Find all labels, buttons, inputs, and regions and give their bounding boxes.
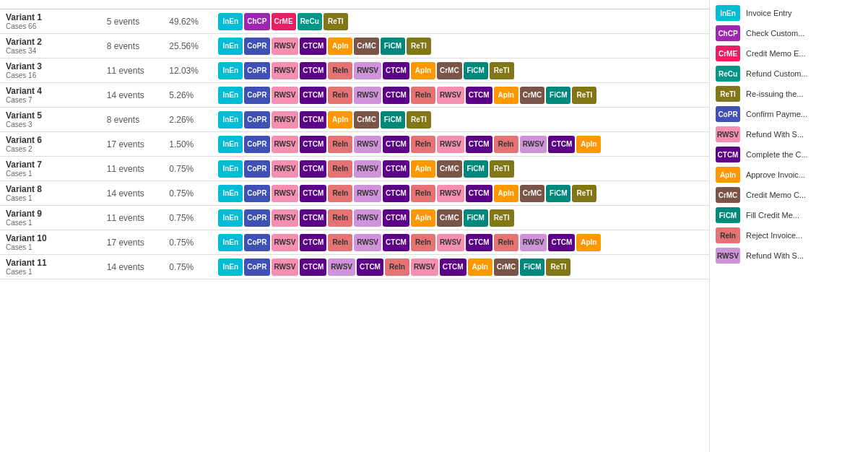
legend-item[interactable]: FiCM Fill Credit Me...: [710, 205, 868, 225]
flow-tag[interactable]: ReTI: [546, 258, 570, 276]
flow-tag[interactable]: RWSV: [272, 38, 299, 55]
flow-tag[interactable]: InEn: [218, 209, 243, 227]
flow-tag[interactable]: CTCM: [383, 209, 409, 227]
flow-tag[interactable]: ApIn: [328, 38, 352, 55]
flow-tag[interactable]: CTCM: [300, 234, 326, 251]
flow-tag[interactable]: ApIn: [411, 209, 435, 227]
flow-tag[interactable]: ReCu: [298, 13, 322, 30]
legend-item[interactable]: ReTI Re-issuing the...: [710, 84, 868, 104]
flow-tag[interactable]: RWSV: [272, 234, 299, 251]
flow-tag[interactable]: RWSV: [354, 185, 381, 202]
flow-tag[interactable]: CTCM: [383, 62, 409, 79]
flow-tag[interactable]: ReIn: [328, 136, 352, 153]
flow-tag[interactable]: RWSV: [437, 234, 464, 251]
col-variant-name[interactable]: [0, 0, 101, 9]
flow-tag[interactable]: ChCP: [244, 13, 269, 30]
flow-tag[interactable]: RWSV: [354, 160, 381, 178]
flow-tag[interactable]: CTCM: [466, 136, 492, 153]
flow-tag[interactable]: FiCM: [546, 87, 570, 104]
legend-item[interactable]: CrMC Credit Memo C...: [710, 185, 868, 205]
flow-tag[interactable]: FiCM: [464, 62, 488, 79]
flow-tag[interactable]: ReIn: [328, 160, 352, 178]
flow-tag[interactable]: ReIn: [328, 185, 352, 202]
flow-tag[interactable]: ReTI: [407, 38, 431, 55]
flow-tag[interactable]: ApIn: [576, 234, 601, 251]
flow-tag[interactable]: ReIn: [411, 87, 435, 104]
flow-tag[interactable]: CrMC: [354, 111, 379, 129]
flow-tag[interactable]: ReIn: [328, 209, 352, 227]
flow-tag[interactable]: ReIn: [328, 234, 352, 251]
legend-item[interactable]: RWSV Refund With S...: [710, 245, 868, 266]
flow-tag[interactable]: RWSV: [272, 87, 299, 104]
flow-tag[interactable]: CoPR: [244, 160, 269, 178]
flow-tag[interactable]: FiCM: [381, 111, 405, 129]
flow-tag[interactable]: CTCM: [300, 209, 326, 227]
flow-tag[interactable]: CTCM: [357, 258, 383, 276]
table-row[interactable]: Variant 4 Cases 7 14 events5.26%InEnCoPR…: [0, 83, 709, 108]
flow-tag[interactable]: ReTI: [490, 62, 514, 79]
flow-tag[interactable]: CTCM: [383, 185, 409, 202]
flow-tag[interactable]: CTCM: [300, 38, 326, 55]
flow-tag[interactable]: RWSV: [328, 258, 355, 276]
flow-tag[interactable]: CoPR: [244, 87, 269, 104]
flow-tag[interactable]: ApIn: [328, 111, 352, 129]
flow-tag[interactable]: ReIn: [494, 136, 518, 153]
flow-tag[interactable]: CoPR: [244, 38, 269, 55]
flow-tag[interactable]: CTCM: [466, 185, 492, 202]
table-row[interactable]: Variant 10 Cases 1 17 events0.75%InEnCoP…: [0, 230, 709, 255]
flow-tag[interactable]: CTCM: [300, 87, 326, 104]
flow-tag[interactable]: RWSV: [437, 185, 464, 202]
table-row[interactable]: Variant 3 Cases 16 11 events12.03%InEnCo…: [0, 58, 709, 83]
flow-tag[interactable]: CrMC: [354, 38, 379, 55]
table-row[interactable]: Variant 5 Cases 3 8 events2.26%InEnCoPRR…: [0, 108, 709, 132]
flow-tag[interactable]: CrMC: [520, 87, 545, 104]
flow-tag[interactable]: InEn: [218, 38, 243, 55]
flow-tag[interactable]: ReTI: [490, 160, 514, 178]
flow-tag[interactable]: InEn: [218, 13, 243, 30]
flow-tag[interactable]: RWSV: [520, 136, 547, 153]
table-row[interactable]: Variant 11 Cases 1 14 events0.75%InEnCoP…: [0, 255, 709, 279]
table-row[interactable]: Variant 6 Cases 2 17 events1.50%InEnCoPR…: [0, 132, 709, 157]
flow-tag[interactable]: InEn: [218, 87, 243, 104]
flow-tag[interactable]: RWSV: [520, 234, 547, 251]
table-row[interactable]: Variant 9 Cases 1 11 events0.75%InEnCoPR…: [0, 206, 709, 230]
flow-tag[interactable]: CTCM: [300, 136, 326, 153]
legend-item[interactable]: ReCu Refund Custom...: [710, 64, 868, 84]
flow-tag[interactable]: ReIn: [494, 234, 518, 251]
flow-tag[interactable]: InEn: [218, 185, 243, 202]
flow-tag[interactable]: CTCM: [300, 111, 326, 129]
flow-tag[interactable]: RWSV: [272, 160, 299, 178]
flow-tag[interactable]: CrMC: [437, 209, 462, 227]
flow-tag[interactable]: ReIn: [328, 62, 352, 79]
flow-tag[interactable]: InEn: [218, 62, 243, 79]
table-row[interactable]: Variant 2 Cases 34 8 events25.56%InEnCoP…: [0, 34, 709, 58]
flow-tag[interactable]: CTCM: [300, 62, 326, 79]
flow-tag[interactable]: RWSV: [354, 87, 381, 104]
flow-tag[interactable]: RWSV: [354, 234, 381, 251]
flow-tag[interactable]: CTCM: [440, 258, 466, 276]
flow-tag[interactable]: FiCM: [520, 258, 544, 276]
flow-tag[interactable]: ReTI: [572, 87, 596, 104]
flow-tag[interactable]: ApIn: [468, 258, 492, 276]
flow-tag[interactable]: RWSV: [354, 136, 381, 153]
flow-tag[interactable]: RWSV: [272, 111, 299, 129]
flow-tag[interactable]: ReIn: [385, 258, 409, 276]
flow-tag[interactable]: CTCM: [300, 258, 326, 276]
flow-tag[interactable]: FiCM: [464, 160, 488, 178]
legend-item[interactable]: ReIn Reject Invoice...: [710, 225, 868, 245]
flow-tag[interactable]: CoPR: [244, 111, 269, 129]
table-row[interactable]: Variant 7 Cases 1 11 events0.75%InEnCoPR…: [0, 157, 709, 181]
flow-tag[interactable]: RWSV: [272, 62, 299, 79]
flow-tag[interactable]: CoPR: [244, 62, 269, 79]
flow-tag[interactable]: FiCM: [464, 209, 488, 227]
flow-tag[interactable]: CrME: [272, 13, 296, 30]
flow-tag[interactable]: FiCM: [546, 185, 570, 202]
table-row[interactable]: Variant 8 Cases 1 14 events0.75%InEnCoPR…: [0, 181, 709, 206]
flow-tag[interactable]: RWSV: [272, 258, 299, 276]
flow-tag[interactable]: ReTI: [407, 111, 431, 129]
flow-tag[interactable]: ApIn: [411, 160, 435, 178]
flow-tag[interactable]: InEn: [218, 234, 243, 251]
flow-tag[interactable]: RWSV: [354, 209, 381, 227]
flow-tag[interactable]: RWSV: [272, 209, 299, 227]
flow-tag[interactable]: CoPR: [244, 136, 269, 153]
